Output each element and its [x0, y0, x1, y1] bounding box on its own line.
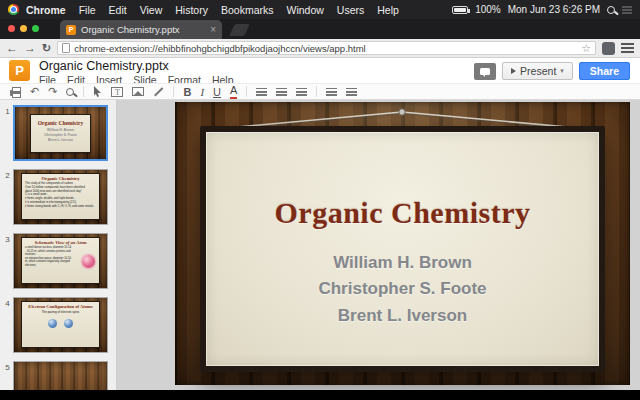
tab-close-icon[interactable]: × [210, 25, 216, 35]
format-toolbar: ↶ ↷ T B I U A [0, 83, 640, 100]
print-icon[interactable] [10, 90, 21, 96]
menubar-item-edit[interactable]: Edit [109, 4, 127, 16]
atom-illustration [82, 255, 95, 268]
slides-filmstrip: 1 Organic Chemistry William H. Brown Chr… [0, 100, 117, 390]
caret-down-icon: ▾ [560, 67, 564, 75]
main-content: 1 Organic Chemistry William H. Brown Chr… [0, 100, 640, 390]
refresh-icon[interactable]: ↻ [42, 43, 51, 54]
slide-number: 3 [2, 233, 13, 289]
bullet-list-icon[interactable] [326, 88, 337, 96]
thumb-title: Organic Chemistry [31, 120, 90, 126]
thumb-board: Schematic View of an Atom a small dense … [21, 237, 100, 284]
toolbar-divider [246, 86, 247, 97]
slide-thumbnail-1[interactable]: Organic Chemistry William H. Brown Chris… [13, 105, 108, 161]
filmstrip-row: 5 [2, 361, 116, 390]
electron-spheres-illustration [22, 319, 99, 328]
window-controls [8, 25, 39, 32]
browser-tab-strip: P Organic Chemistry.pptx × [0, 19, 640, 39]
app-logo[interactable]: P [9, 60, 30, 81]
forward-icon[interactable]: → [24, 42, 36, 54]
menubar-item-window[interactable]: Window [286, 4, 323, 16]
menubar-clock[interactable]: Mon Jun 23 6:26 PM [508, 4, 600, 15]
macos-menu-bar: Chrome File Edit View History Bookmarks … [0, 0, 640, 19]
menubar-item-help[interactable]: Help [377, 4, 399, 16]
screen: Chrome File Edit View History Bookmarks … [0, 0, 640, 400]
present-button[interactable]: Present ▾ [502, 62, 573, 80]
battery-icon[interactable] [452, 6, 468, 14]
toolbar-divider [173, 86, 174, 97]
comments-button[interactable] [474, 63, 496, 80]
menubar-item-users[interactable]: Users [337, 4, 364, 16]
comment-bubble-icon [480, 68, 490, 75]
insert-line-icon[interactable] [155, 87, 164, 96]
redo-icon[interactable]: ↷ [48, 86, 57, 97]
sphere-icon [64, 319, 73, 328]
menubar-status-area: 100% Mon Jun 23 6:26 PM [452, 4, 632, 15]
slide-thumbnail-4[interactable]: Electron Configuration of Atoms The pair… [13, 297, 108, 353]
underline-icon[interactable]: U [213, 86, 221, 98]
menubar-item-view[interactable]: View [140, 4, 163, 16]
thumb-body: The pairing of electron spins [22, 310, 99, 314]
spotlight-icon[interactable] [607, 6, 615, 14]
slide-number: 4 [2, 297, 13, 353]
sphere-icon [48, 319, 57, 328]
bold-icon[interactable]: B [183, 86, 191, 98]
filmstrip-row: 3 Schematic View of an Atom a small dens… [2, 233, 116, 289]
select-cursor-icon[interactable] [93, 86, 102, 97]
tab-favicon: P [66, 25, 76, 35]
filmstrip-row: 2 Organic Chemistry The study of the com… [2, 169, 116, 225]
slide-thumbnail-2[interactable]: Organic Chemistry The study of the compo… [13, 169, 108, 225]
page-icon [62, 43, 70, 53]
zoom-window-button[interactable] [32, 25, 39, 32]
header-actions: Present ▾ Share [474, 62, 630, 80]
numbered-list-icon[interactable] [346, 88, 357, 96]
back-icon[interactable]: ← [6, 42, 18, 54]
bookmark-star-icon[interactable]: ☆ [581, 43, 591, 54]
align-left-icon[interactable] [256, 88, 267, 96]
chrome-menu-icon[interactable] [621, 43, 634, 53]
play-icon [511, 68, 516, 74]
chrome-logo-icon[interactable] [8, 4, 19, 15]
slide-title-textbox[interactable]: Organic Chemistry [206, 196, 599, 230]
slide-number: 2 [2, 169, 13, 225]
slide-number: 5 [2, 361, 13, 390]
slide-authors-textbox[interactable]: William H. Brown Christopher S. Foote Br… [206, 250, 599, 329]
italic-icon[interactable]: I [200, 86, 204, 98]
thumb-title: Schematic View of an Atom [22, 240, 99, 245]
toolbar-divider [316, 86, 317, 97]
menubar-item-file[interactable]: File [79, 4, 96, 16]
thumb-body: William H. Brown Christopher S. Foote Br… [31, 128, 90, 143]
align-center-icon[interactable] [276, 88, 287, 96]
insert-image-icon[interactable] [132, 87, 144, 96]
zoom-icon[interactable] [66, 88, 74, 96]
thumb-title: Electron Configuration of Atoms [22, 304, 99, 309]
text-color-icon[interactable]: A [230, 84, 237, 98]
notification-center-icon[interactable] [622, 6, 632, 14]
menubar-item-history[interactable]: History [175, 4, 208, 16]
slide-editor[interactable]: Organic Chemistry William H. Brown Chris… [175, 102, 630, 385]
thumb-board: Organic Chemistry William H. Brown Chris… [30, 114, 91, 153]
menubar-item-bookmarks[interactable]: Bookmarks [221, 4, 274, 16]
thumb-body: a small dense nucleus, diameter 10-14 - … [22, 245, 74, 268]
address-bar[interactable]: chrome-extension://ehibbfinohgbchigdbfpi… [57, 41, 596, 55]
slide-thumbnail-3[interactable]: Schematic View of an Atom a small dense … [13, 233, 108, 289]
undo-icon[interactable]: ↶ [30, 86, 39, 97]
align-right-icon[interactable] [296, 88, 307, 96]
browser-tab[interactable]: P Organic Chemistry.pptx × [60, 20, 222, 39]
minimize-window-button[interactable] [20, 25, 27, 32]
menubar-app-name[interactable]: Chrome [26, 4, 66, 16]
url-text[interactable]: chrome-extension://ehibbfinohgbchigdbfpi… [74, 43, 577, 54]
textbox-icon[interactable]: T [111, 87, 123, 97]
new-tab-button[interactable] [229, 24, 250, 36]
thumb-board: Organic Chemistry The study of the compo… [21, 173, 100, 220]
tab-title: Organic Chemistry.pptx [81, 24, 205, 35]
present-label: Present [520, 65, 556, 77]
slide-thumbnail-5[interactable] [13, 361, 108, 390]
slide-board: Organic Chemistry William H. Brown Chris… [200, 126, 605, 372]
close-window-button[interactable] [8, 25, 15, 32]
thumb-board: Electron Configuration of Atoms The pair… [21, 301, 100, 348]
slide-canvas: Organic Chemistry William H. Brown Chris… [117, 100, 640, 390]
app-header: P Organic Chemistry.pptx File Edit Inser… [0, 58, 640, 83]
extension-icon[interactable] [602, 42, 615, 55]
share-button[interactable]: Share [579, 62, 630, 80]
